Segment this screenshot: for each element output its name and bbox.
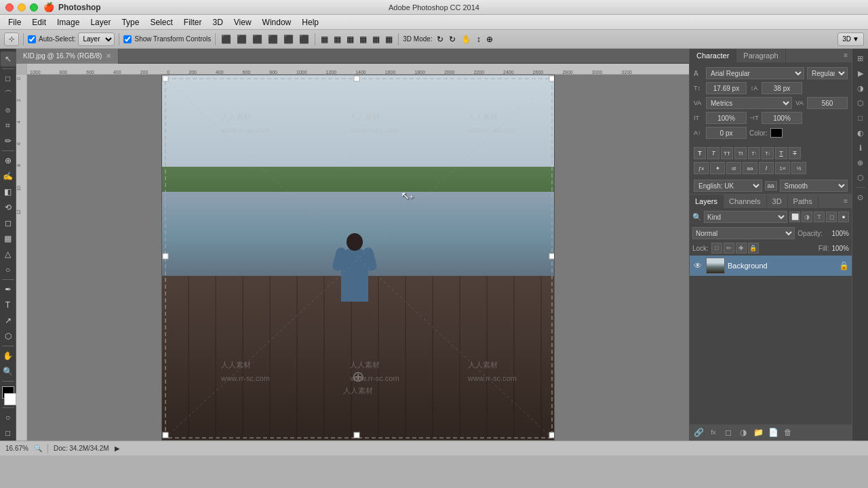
maximize-button[interactable] (30, 3, 38, 12)
tab-close-button[interactable]: ✕ (106, 52, 111, 60)
layers-panel-menu[interactable]: ≡ (840, 195, 852, 208)
tab-paragraph[interactable]: Paragraph (736, 49, 785, 62)
3d-rotate-icon[interactable]: ↻ (435, 33, 445, 45)
distribute-left-icon[interactable]: ▦ (319, 33, 330, 45)
layer-item-background[interactable]: 👁 Background 🔒 (690, 256, 852, 277)
align-center-v-icon[interactable]: ⬛ (282, 33, 295, 45)
auto-select-dropdown[interactable]: Layer Group (78, 33, 115, 46)
move-tool[interactable]: ↖ (1, 52, 16, 66)
character-panel-menu[interactable]: ≡ (840, 49, 852, 62)
panel-play-icon[interactable]: ▶ (854, 66, 867, 80)
underline-button[interactable]: T (775, 147, 787, 159)
filter-type-select[interactable]: Kind Name Effect (704, 211, 787, 223)
quick-mask[interactable]: ○ (1, 410, 16, 425)
tab-character[interactable]: Character (690, 49, 736, 62)
clone-tool[interactable]: ◧ (1, 184, 16, 199)
fractions-button[interactable]: ½ (791, 162, 806, 174)
panel-more-icon[interactable]: ⊙ (854, 190, 867, 204)
tab-channels[interactable]: Channels (724, 195, 766, 208)
font-style-select[interactable]: Regular Bold Italic (807, 67, 848, 79)
shape-tool[interactable]: ⬡ (1, 329, 16, 344)
pen-tool[interactable]: ✒ (1, 282, 16, 297)
filter-adj-btn[interactable]: ◑ (802, 211, 812, 222)
language-select[interactable]: English: UK English: USA (694, 180, 762, 192)
path-selection[interactable]: ↗ (1, 313, 16, 328)
color-swatch[interactable] (770, 128, 783, 138)
panel-navigator-icon[interactable]: ⊕ (854, 156, 867, 169)
aa-button[interactable]: aa (765, 181, 777, 190)
3d-pan-icon[interactable]: ✋ (460, 33, 473, 45)
align-top-icon[interactable]: ⬛ (267, 33, 279, 45)
lock-all-btn[interactable]: 🔒 (748, 243, 759, 253)
3d-slide-icon[interactable]: ↕ (475, 33, 482, 45)
text-tool[interactable]: T (1, 298, 16, 312)
menu-layer[interactable]: Layer (85, 16, 116, 28)
tab-3d[interactable]: 3D (767, 195, 788, 208)
minimize-button[interactable] (18, 3, 26, 12)
lock-paint-btn[interactable]: ✏ (724, 243, 734, 253)
panel-3d-icon[interactable]: ⬡ (854, 171, 867, 184)
lock-move-btn[interactable]: ✚ (736, 243, 747, 253)
marquee-tool[interactable]: □ (1, 71, 16, 86)
menu-filter[interactable]: Filter (178, 16, 208, 28)
titling-button[interactable]: I (759, 162, 774, 174)
bold-button[interactable]: T (694, 147, 706, 159)
panel-history-icon[interactable]: ⊞ (854, 52, 867, 65)
menu-view[interactable]: View (229, 16, 257, 28)
ordinals-button[interactable]: 1st (775, 162, 790, 174)
healing-tool[interactable]: ⊕ (1, 153, 16, 168)
distribute-h-icon[interactable]: ▦ (332, 33, 342, 45)
subscript-button[interactable]: T↓ (762, 147, 774, 159)
layer-new-btn[interactable]: 📄 (767, 426, 779, 439)
kerning-select[interactable]: Metrics Optical 0 (706, 97, 792, 109)
eraser-tool[interactable]: ◻ (1, 216, 16, 230)
filter-type-btn[interactable]: T (814, 211, 825, 222)
canvas-tab[interactable]: KID.jpg @ 16.7% (RGB/8) ✕ (16, 49, 119, 64)
baseline-input[interactable] (706, 127, 747, 139)
distribute-bottom-icon[interactable]: ▦ (384, 33, 394, 45)
panel-adjust-icon[interactable]: ◐ (854, 126, 867, 140)
layer-mask-btn[interactable]: ◻ (722, 426, 734, 439)
menu-image[interactable]: Image (52, 16, 85, 28)
panel-color-icon[interactable]: ◑ (854, 81, 867, 95)
filter-pixel-btn[interactable]: ⬜ (789, 211, 800, 222)
scale-v-input[interactable] (706, 112, 747, 124)
move-tool-icon[interactable]: ⊹ (4, 33, 19, 46)
filter-smart-btn[interactable]: ◻ (826, 211, 837, 222)
swash-button[interactable]: aa (743, 162, 757, 174)
tab-layers[interactable]: Layers (690, 195, 724, 208)
blur-tool[interactable]: △ (1, 247, 16, 262)
anti-alias-select[interactable]: Smooth Sharp Crisp Strong (780, 180, 848, 192)
align-center-h-icon[interactable]: ⬛ (235, 33, 248, 45)
show-transform-checkbox[interactable] (123, 35, 132, 43)
history-brush[interactable]: ⟲ (1, 200, 16, 215)
menu-window[interactable]: Window (257, 16, 297, 28)
background-color[interactable] (4, 393, 16, 405)
superscript-button[interactable]: T↑ (748, 147, 760, 159)
tab-paths[interactable]: Paths (788, 195, 818, 208)
italic-button[interactable]: T (707, 147, 719, 159)
canvas-viewport[interactable]: 人人素材 www.rr-sc.com 人人素材 www.rr-sc.com 人人… (27, 75, 689, 441)
font-size-input[interactable] (706, 82, 747, 94)
distribute-v-icon[interactable]: ▦ (371, 33, 381, 45)
panel-styles-icon[interactable]: □ (854, 111, 867, 125)
layer-link-btn[interactable]: 🔗 (692, 426, 705, 439)
scale-h-input[interactable] (762, 112, 802, 124)
3d-mode-button[interactable]: 3D ▼ (837, 33, 864, 46)
old-style-button[interactable]: ✦ (710, 162, 725, 174)
ligature-button[interactable]: ƒx (694, 162, 709, 174)
layer-visibility-icon[interactable]: 👁 (692, 260, 703, 271)
menu-select[interactable]: Select (144, 16, 178, 28)
smallcaps-button[interactable]: Tt (734, 147, 747, 159)
align-left-icon[interactable]: ⬛ (220, 33, 233, 45)
align-bottom-icon[interactable]: ⬛ (298, 33, 311, 45)
close-button[interactable] (5, 3, 14, 12)
zoom-icon[interactable]: 🔍 (34, 445, 42, 452)
crop-tool[interactable]: ⌗ (1, 118, 16, 133)
hand-tool[interactable]: ✋ (1, 348, 16, 363)
eyedropper-tool[interactable]: ✏ (1, 134, 16, 148)
panel-swatches-icon[interactable]: ⬡ (854, 96, 867, 110)
blend-mode-select[interactable]: Normal Multiply Screen Overlay (692, 227, 795, 239)
apple-menu[interactable]: 🍎 (43, 2, 54, 12)
allcaps-button[interactable]: TT (721, 147, 733, 159)
